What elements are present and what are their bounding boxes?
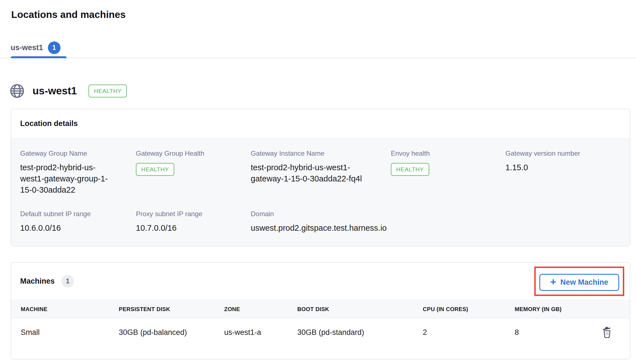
location-details-body: Gateway Group Name test-prod2-hybrid-us-… — [11, 138, 630, 246]
plus-icon: + — [550, 277, 556, 287]
machines-header: Machines 1 + New Machine — [11, 263, 630, 300]
envoy-health-badge: HEALTHY — [391, 163, 429, 176]
field-label: Gateway Group Name — [20, 150, 136, 157]
column-header-cpu: CPU (IN CORES) — [423, 306, 515, 312]
field-label: Gateway Instance Name — [251, 150, 391, 157]
new-machine-button-label: New Machine — [560, 278, 608, 287]
tab-label: us-west1 — [11, 43, 43, 52]
gateway-group-health-badge: HEALTHY — [136, 163, 174, 176]
field-label: Gateway Group Health — [136, 150, 251, 157]
machines-table-header: MACHINE PERSISTENT DISK ZONE BOOT DISK C… — [11, 300, 630, 318]
location-header: us-west1 HEALTHY — [9, 83, 636, 99]
column-header-boot-disk: BOOT DISK — [297, 306, 423, 312]
field-label: Domain — [251, 210, 391, 218]
column-header-memory: MEMORY (IN GB) — [515, 306, 588, 312]
field-value: 10.7.0.0/16 — [136, 222, 251, 234]
field-value: test-prod2-hybrid-us-west1-gateway-group… — [20, 162, 117, 195]
details-row-1: Gateway Group Name test-prod2-hybrid-us-… — [20, 150, 621, 195]
cell-machine: Small — [21, 328, 119, 337]
cell-zone: us-west1-a — [224, 328, 297, 337]
details-row-2: Default subnet IP range 10.6.0.0/16 Prox… — [20, 210, 621, 234]
column-header-machine: MACHINE — [21, 306, 119, 312]
location-details-card: Location details Gateway Group Name test… — [11, 109, 630, 246]
cell-boot-disk: 30GB (pd-standard) — [297, 328, 423, 337]
field-value: 1.15.0 — [505, 162, 621, 173]
field-gateway-group-name: Gateway Group Name test-prod2-hybrid-us-… — [20, 150, 136, 195]
globe-icon — [9, 83, 25, 99]
highlight-box: + New Machine — [534, 267, 624, 296]
field-label: Envoy health — [391, 150, 505, 157]
cell-cpu: 2 — [423, 328, 515, 337]
field-value: test-prod2-hybrid-us-west1-gateway-1-15-… — [251, 162, 382, 184]
location-name: us-west1 — [33, 85, 77, 97]
field-proxy-subnet: Proxy subnet IP range 10.7.0.0/16 — [136, 210, 251, 234]
column-header-zone: ZONE — [224, 306, 297, 312]
field-label: Proxy subnet IP range — [136, 210, 251, 218]
machines-count-badge: 1 — [61, 275, 74, 288]
tab-us-west1[interactable]: us-west1 1 — [11, 38, 67, 58]
new-machine-button[interactable]: + New Machine — [539, 274, 619, 291]
card-bottom-padding — [11, 347, 630, 359]
field-label: Default subnet IP range — [20, 210, 136, 218]
machines-card: Machines 1 + New Machine MACHINE PERSIST… — [11, 262, 630, 360]
tab-count-badge: 1 — [48, 41, 61, 54]
field-value: uswest.prod2.gitspace.test.harness.io — [251, 222, 391, 234]
field-gateway-instance-name: Gateway Instance Name test-prod2-hybrid-… — [251, 150, 391, 195]
field-domain: Domain uswest.prod2.gitspace.test.harnes… — [251, 210, 391, 234]
table-row: Small 30GB (pd-balanced) us-west1-a 30GB… — [11, 318, 630, 347]
page-title: Locations and machines — [11, 9, 636, 20]
cell-persistent-disk: 30GB (pd-balanced) — [119, 328, 224, 337]
location-tab-bar: us-west1 1 — [0, 38, 636, 58]
field-default-subnet: Default subnet IP range 10.6.0.0/16 — [20, 210, 136, 234]
field-label: Gateway version number — [505, 150, 621, 157]
location-status-badge: HEALTHY — [89, 85, 127, 97]
field-gateway-group-health: Gateway Group Health HEALTHY — [136, 150, 251, 195]
cell-memory: 8 — [515, 328, 588, 337]
field-value: 10.6.0.0/16 — [20, 222, 136, 234]
column-header-persistent-disk: PERSISTENT DISK — [119, 306, 224, 312]
delete-machine-button[interactable] — [601, 325, 614, 340]
active-tab-underline — [11, 56, 67, 58]
field-gateway-version: Gateway version number 1.15.0 — [505, 150, 621, 195]
trash-icon — [602, 326, 612, 339]
machines-title: Machines — [20, 277, 55, 286]
field-envoy-health: Envoy health HEALTHY — [391, 150, 505, 195]
location-details-title: Location details — [11, 109, 630, 138]
